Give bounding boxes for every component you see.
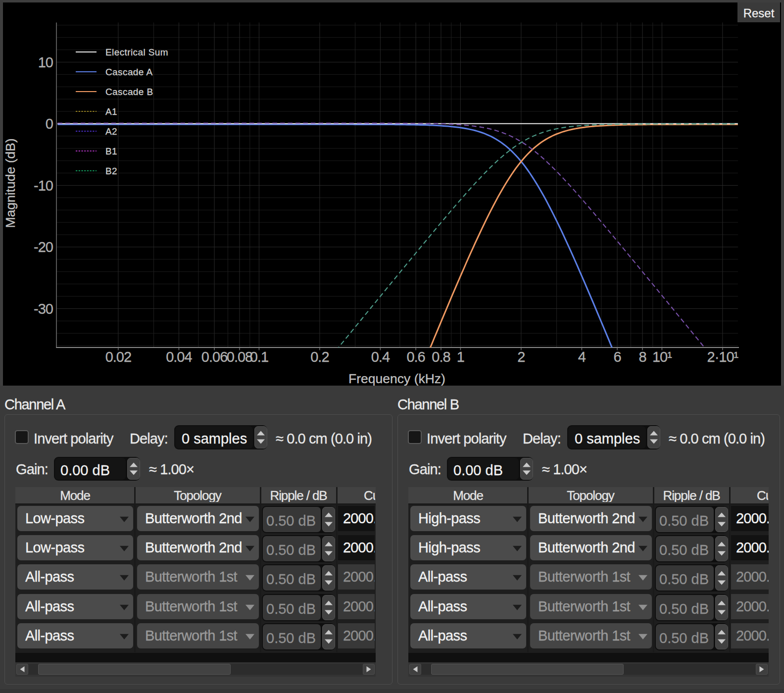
svg-text:Frequency (kHz): Frequency (kHz) xyxy=(348,371,445,386)
svg-text:0.6: 0.6 xyxy=(406,349,425,365)
svg-text:0.4: 0.4 xyxy=(371,349,390,365)
svg-text:8: 8 xyxy=(638,349,646,365)
svg-text:6: 6 xyxy=(614,349,621,365)
svg-text:Electrical Sum: Electrical Sum xyxy=(105,47,168,57)
svg-text:0.02: 0.02 xyxy=(105,349,131,365)
svg-text:10: 10 xyxy=(38,54,53,70)
svg-text:B2: B2 xyxy=(105,166,117,176)
svg-text:4: 4 xyxy=(578,349,586,365)
svg-text:0.1: 0.1 xyxy=(250,349,268,365)
svg-text:-30: -30 xyxy=(34,301,53,317)
svg-text:0: 0 xyxy=(46,116,53,132)
svg-text:-20: -20 xyxy=(34,239,53,255)
svg-text:B1: B1 xyxy=(105,146,117,156)
svg-text:Cascade A: Cascade A xyxy=(105,67,153,77)
svg-text:2·10¹: 2·10¹ xyxy=(707,349,739,365)
svg-text:A1: A1 xyxy=(105,106,117,117)
svg-text:A2: A2 xyxy=(105,126,117,137)
svg-text:1: 1 xyxy=(457,349,464,365)
svg-text:Magnitude (dB): Magnitude (dB) xyxy=(3,138,18,228)
svg-text:0.08: 0.08 xyxy=(227,349,252,365)
svg-text:-10: -10 xyxy=(34,178,53,194)
svg-text:0.06: 0.06 xyxy=(201,349,227,365)
svg-text:0.04: 0.04 xyxy=(166,349,192,365)
svg-text:0.2: 0.2 xyxy=(310,349,329,365)
svg-text:10¹: 10¹ xyxy=(652,349,672,365)
svg-text:Cascade B: Cascade B xyxy=(105,87,153,97)
svg-text:0.8: 0.8 xyxy=(432,349,450,365)
svg-text:2: 2 xyxy=(517,349,525,365)
